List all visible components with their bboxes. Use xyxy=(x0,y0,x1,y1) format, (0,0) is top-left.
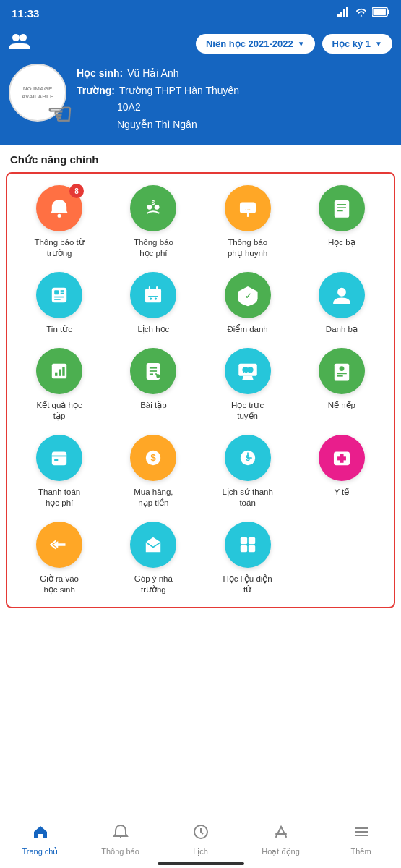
svg-rect-61 xyxy=(240,545,246,552)
grid-item-gio-ra-vao-hoc-sinh[interactable]: Giờ ra vào học sinh xyxy=(14,522,104,595)
svg-point-31 xyxy=(155,298,157,300)
icon-circle-thong-bao-phu-huynh: ... xyxy=(225,185,271,231)
teacher-row: Nguyễn Thì Ngân xyxy=(77,118,239,132)
status-time: 11:33 xyxy=(12,7,39,20)
svg-rect-26 xyxy=(145,289,161,294)
school-row: Trường: Trường THPT Hàn Thuyên xyxy=(77,84,239,98)
grid-item-thanh-toan-hoc-phi[interactable]: Thanh toán học phí xyxy=(14,435,104,509)
svg-rect-59 xyxy=(240,537,246,544)
nav-item-lich[interactable]: Lịch xyxy=(179,823,223,856)
status-icons xyxy=(337,7,389,20)
dropdown2-arrow: ▼ xyxy=(375,40,382,48)
grid-item-danh-ba[interactable]: Danh bạ xyxy=(297,272,387,335)
svg-point-42 xyxy=(157,374,160,378)
svg-rect-2 xyxy=(343,9,345,17)
svg-point-11 xyxy=(155,205,160,210)
svg-rect-19 xyxy=(52,288,66,302)
student-name-row: Học sinh: Vũ Hải Anh xyxy=(77,67,239,81)
semester-dropdown[interactable]: Học kỳ 1 ▼ xyxy=(322,34,392,54)
label-lich-su-thanh-toan: Lịch sử thanh toán xyxy=(220,487,275,509)
header: Niên học 2021-2022 ▼ Học kỳ 1 ▼ NO IMAGE… xyxy=(0,26,401,145)
icon-circle-bai-tap xyxy=(130,348,176,394)
svg-rect-1 xyxy=(340,12,342,17)
section-title: Chức năng chính xyxy=(0,145,401,172)
grid-item-hoc-ba[interactable]: Học bạ xyxy=(297,185,387,259)
grid-item-ket-qua-hoc-tap[interactable]: Kết quả học tập xyxy=(14,348,104,422)
svg-point-45 xyxy=(247,367,254,373)
grid-item-gop-y-nha-truong[interactable]: Góp ý nhà trường xyxy=(108,522,198,595)
badge-thong-bao-tu-truong: 8 xyxy=(69,184,84,198)
icon-circle-danh-ba xyxy=(319,272,365,318)
grid-item-bai-tap[interactable]: Bài tập xyxy=(108,348,198,422)
icon-circle-diem-danh: ✓ xyxy=(225,272,271,318)
icon-circle-hoc-truc-tuyen xyxy=(225,348,271,394)
svg-rect-20 xyxy=(54,290,59,294)
svg-point-7 xyxy=(12,34,20,41)
status-bar: 11:33 xyxy=(0,0,401,26)
student-name-value: Vũ Hải Anh xyxy=(127,67,178,81)
grid-item-hoc-lieu-dien-tu[interactable]: Học liệu điện tử xyxy=(203,522,293,595)
wifi-icon xyxy=(355,7,368,20)
grid-item-lich-su-thanh-toan[interactable]: $Lịch sử thanh toán xyxy=(203,435,293,509)
grid-item-tin-tuc[interactable]: Tin tức xyxy=(14,272,104,335)
label-thong-bao-tu-truong: Thông báo từ trường xyxy=(33,237,87,259)
icon-circle-thong-bao-tu-truong: 8 xyxy=(36,185,82,231)
class-row: 10A2 xyxy=(77,101,239,115)
grid-item-thong-bao-phu-huynh[interactable]: ...Thông báo phụ huynh xyxy=(203,185,293,259)
them-nav-label: Thêm xyxy=(350,847,371,856)
label-ket-qua-hoc-tap: Kết quả học tập xyxy=(33,400,87,422)
grid-item-y-te[interactable]: Y tế xyxy=(297,435,387,509)
grid-item-ne-nep[interactable]: Nề nếp xyxy=(297,348,387,422)
grid-item-mua-hang-nap-tien[interactable]: $Mua hàng, nạp tiền xyxy=(108,435,198,509)
grid-item-hoc-truc-tuyen[interactable]: Học trực tuyến xyxy=(203,348,293,422)
signal-icon xyxy=(337,7,350,20)
icon-circle-mua-hang-nap-tien: $ xyxy=(130,435,176,481)
label-lich-hoc: Lịch học xyxy=(137,324,169,335)
svg-rect-0 xyxy=(337,14,340,17)
grid-item-diem-danh[interactable]: ✓Điểm danh xyxy=(203,272,293,335)
label-hoc-truc-tuyen: Học trực tuyến xyxy=(220,400,275,422)
label-y-te: Y tế xyxy=(334,487,349,498)
icon-circle-hoc-lieu-dien-tu xyxy=(225,522,271,568)
hoat-dong-nav-label: Hoạt động xyxy=(262,847,300,856)
label-thong-bao-hoc-phi: Thông báo học phí xyxy=(126,237,181,259)
label-diem-danh: Điểm danh xyxy=(228,324,268,335)
feature-grid: 8Thông báo từ trường$Thông báo học phí..… xyxy=(14,185,387,595)
svg-rect-58 xyxy=(337,456,346,460)
icon-circle-lich-su-thanh-toan: $ xyxy=(225,435,271,481)
nav-item-hoat-dong[interactable]: Hoạt động xyxy=(259,823,303,856)
svg-point-8 xyxy=(20,34,27,41)
icon-circle-gop-y-nha-truong xyxy=(130,522,176,568)
svg-rect-6 xyxy=(373,9,386,15)
svg-rect-51 xyxy=(54,459,58,461)
semester-label: Học kỳ 1 xyxy=(332,38,371,49)
svg-rect-5 xyxy=(387,10,389,14)
school-year-dropdown[interactable]: Niên học 2021-2022 ▼ xyxy=(196,34,315,54)
svg-rect-37 xyxy=(62,367,64,376)
nav-item-them[interactable]: Thêm xyxy=(340,823,383,856)
svg-point-33 xyxy=(337,288,346,297)
icon-circle-thanh-toan-hoc-phi xyxy=(36,435,82,481)
trang-chu-nav-icon xyxy=(32,823,49,845)
thong-bao-nav-icon xyxy=(112,823,129,845)
student-label: Học sinh: xyxy=(77,67,123,81)
nav-item-thong-bao[interactable]: Thông báo xyxy=(99,823,142,856)
svg-rect-36 xyxy=(59,370,61,376)
nav-item-trang-chu[interactable]: Trang chủ xyxy=(19,823,62,856)
teacher-value: Nguyễn Thì Ngân xyxy=(117,118,197,132)
svg-rect-62 xyxy=(248,545,254,552)
grid-item-thong-bao-tu-truong[interactable]: 8Thông báo từ trường xyxy=(14,185,104,259)
main-grid-container: 8Thông báo từ trường$Thông báo học phí..… xyxy=(6,172,395,608)
label-hoc-ba: Học bạ xyxy=(328,237,355,248)
school-name-value: Trường THPT Hàn Thuyên xyxy=(119,84,239,98)
icon-circle-thong-bao-hoc-phi: $ xyxy=(130,185,176,231)
lich-nav-label: Lịch xyxy=(193,847,208,856)
dropdown1-arrow: ▼ xyxy=(298,40,305,48)
school-year-label: Niên học 2021-2022 xyxy=(206,38,293,49)
grid-item-lich-hoc[interactable]: Lịch học xyxy=(108,272,198,335)
school-label: Trường: xyxy=(77,84,115,98)
grid-item-thong-bao-hoc-phi[interactable]: $Thông báo học phí xyxy=(108,185,198,259)
icon-circle-hoc-ba xyxy=(319,185,365,231)
bottom-nav: Trang chủThông báoLịchHoạt độngThêm xyxy=(0,817,401,868)
avatar: NO IMAGEAVAILABLE ☞ xyxy=(9,64,66,122)
